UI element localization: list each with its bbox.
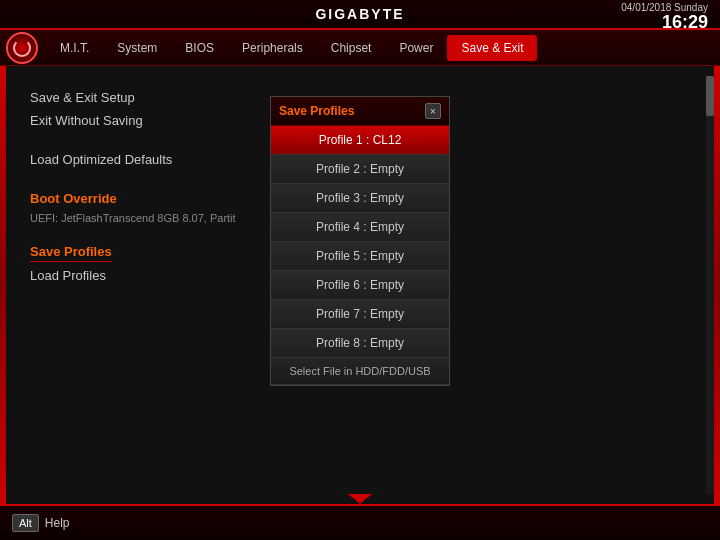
save-profiles-popup: Save Profiles × Profile 1 : CL12 Profile… [270, 96, 450, 386]
app-title: GIGABYTE [315, 6, 404, 22]
nav-peripherals[interactable]: Peripherals [228, 35, 317, 61]
bottom-triangle-decoration [348, 494, 372, 504]
scrollbar-thumb [706, 76, 714, 116]
save-profiles-label[interactable]: Save Profiles [30, 244, 112, 262]
bottombar: Alt Help [0, 504, 720, 540]
nav-chipset[interactable]: Chipset [317, 35, 386, 61]
navbar: M.I.T. System BIOS Peripherals Chipset P… [0, 30, 720, 66]
logo-icon [6, 32, 38, 64]
popup-close-button[interactable]: × [425, 103, 441, 119]
time-display: 16:29 [662, 12, 708, 32]
scrollbar[interactable] [706, 76, 714, 494]
profile-5[interactable]: Profile 5 : Empty [271, 242, 449, 271]
profile-1[interactable]: Profile 1 : CL12 [271, 126, 449, 155]
help-label: Help [45, 516, 70, 530]
profile-4[interactable]: Profile 4 : Empty [271, 213, 449, 242]
main-content: Save & Exit Setup Exit Without Saving Lo… [0, 66, 720, 504]
content-panel: Save & Exit Setup Exit Without Saving Lo… [0, 66, 720, 504]
header: GIGABYTE 04/01/2018 Sunday 16:29 [0, 0, 720, 30]
nav-power[interactable]: Power [385, 35, 447, 61]
profile-8[interactable]: Profile 8 : Empty [271, 329, 449, 358]
popup-title: Save Profiles [279, 104, 354, 118]
profile-2[interactable]: Profile 2 : Empty [271, 155, 449, 184]
profile-7[interactable]: Profile 7 : Empty [271, 300, 449, 329]
profile-6[interactable]: Profile 6 : Empty [271, 271, 449, 300]
alt-key-badge: Alt [12, 514, 39, 532]
select-file-button[interactable]: Select File in HDD/FDD/USB [271, 358, 449, 385]
datetime-display: 04/01/2018 Sunday 16:29 [621, 2, 708, 32]
nav-bios[interactable]: BIOS [171, 35, 228, 61]
nav-system[interactable]: System [103, 35, 171, 61]
nav-mit[interactable]: M.I.T. [46, 35, 103, 61]
profile-3[interactable]: Profile 3 : Empty [271, 184, 449, 213]
popup-header: Save Profiles × [271, 97, 449, 126]
nav-save-exit[interactable]: Save & Exit [447, 35, 537, 61]
